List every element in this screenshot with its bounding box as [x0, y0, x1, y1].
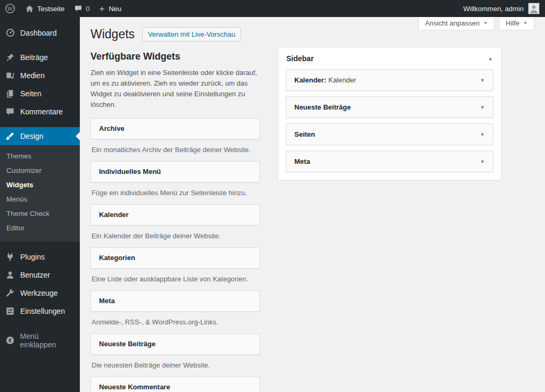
expand-down-icon[interactable]: ▼ [480, 105, 485, 110]
submenu-item-widgets[interactable]: Widgets [0, 178, 80, 192]
screen-meta-links: Ansicht anpassen ▼ Hilfe ▼ [418, 17, 534, 30]
collapse-up-icon[interactable]: ▲ [488, 56, 493, 61]
comment-bubble-icon [74, 4, 82, 13]
sidebar-item-posts[interactable]: Beiträge [0, 48, 80, 66]
screen-options-label: Ansicht anpassen [425, 19, 480, 27]
submenu-item-editor[interactable]: Editor [0, 221, 80, 235]
sliders-icon [5, 306, 15, 316]
sidebar-item-tools[interactable]: Werkzeuge [0, 284, 80, 302]
available-widgets-heading: Verfügbare Widgets [90, 51, 260, 62]
sidebar-item-media[interactable]: Medien [0, 66, 80, 85]
widget-name: Neueste Beiträge [294, 103, 351, 111]
sidebar-item-appearance[interactable]: Design [0, 127, 80, 145]
widget-name: Neueste Kommentare [99, 383, 170, 391]
comment-count: 0 [86, 5, 89, 13]
available-widget-meta: Meta Anmelde-, RSS-, & WordPress.org-Lin… [90, 290, 260, 333]
widget-title-bar[interactable]: Individuelles Menü [90, 161, 260, 182]
expand-down-icon[interactable]: ▼ [480, 78, 485, 83]
collapse-menu-button[interactable]: Menü einklappen [0, 328, 80, 353]
media-icon [5, 71, 15, 80]
expand-down-icon[interactable]: ▼ [480, 159, 485, 164]
expand-down-icon[interactable]: ▼ [480, 132, 485, 137]
sidebar-widget-area: Sidebar ▲ Kalender: Kalender ▼ Neueste B… [278, 47, 501, 180]
sidebar-item-dashboard[interactable]: Dashboard [0, 23, 80, 42]
admin-bar-right: Willkommen, admin [464, 3, 545, 14]
widget-title-bar[interactable]: Archive [90, 118, 260, 139]
pages-icon [5, 89, 15, 98]
available-widget-custom-menu: Individuelles Menü Füge ein individuelle… [90, 161, 260, 204]
user-icon [5, 270, 15, 280]
widget-title-bar[interactable]: Meta [90, 290, 260, 312]
menu-label: Einstellungen [20, 307, 65, 315]
widget-name: Individuelles Menü [99, 168, 161, 176]
chevron-down-icon: ▼ [483, 21, 488, 26]
sidebar-panel-header[interactable]: Sidebar ▲ [278, 47, 501, 69]
sidebar-widget-recent-posts[interactable]: Neueste Beiträge ▼ [286, 96, 493, 118]
available-widgets-section: Verfügbare Widgets Zieh ein Widget in ei… [90, 51, 260, 392]
widget-subtitle: Kalender [328, 76, 356, 84]
chevron-down-icon: ▼ [523, 21, 527, 26]
welcome-text[interactable]: Willkommen, admin [464, 5, 524, 13]
widget-name: Kalender: [294, 76, 326, 84]
comments-shortcut[interactable]: 0 [69, 0, 94, 17]
widget-description: Eine Liste oder ausklappbare Liste von K… [90, 269, 260, 290]
widget-title-bar[interactable]: Neueste Beiträge [90, 333, 260, 355]
svg-text:W: W [7, 6, 13, 12]
menu-separator [0, 17, 80, 23]
menu-label: Seiten [20, 89, 42, 98]
available-widget-calendar: Kalender Ein Kalender der Beiträge deine… [90, 204, 260, 247]
help-tab[interactable]: Hilfe ▼ [499, 17, 534, 30]
widget-description: Füge ein individuelles Menü zur Seitenle… [90, 182, 260, 204]
wordpress-logo-menu[interactable]: W [0, 0, 20, 17]
available-widget-archive: Archive Ein monatliches Archiv der Beitr… [90, 118, 260, 161]
menu-label: Medien [20, 71, 45, 80]
widget-name: Seiten [294, 130, 315, 138]
menu-label: Dashboard [20, 29, 57, 37]
sidebar-item-settings[interactable]: Einstellungen [0, 302, 80, 320]
menu-label: Design [20, 132, 44, 140]
widget-title-bar[interactable]: Neueste Kommentare [90, 377, 260, 392]
menu-separator [0, 241, 80, 248]
sidebar-item-pages[interactable]: Seiten [0, 85, 80, 103]
menu-label: Werkzeuge [20, 289, 58, 297]
menu-label: Kommentare [20, 107, 63, 116]
sidebar-widget-calendar[interactable]: Kalender: Kalender ▼ [286, 69, 493, 91]
site-name: Testseite [37, 5, 64, 13]
sidebar-panel-title: Sidebar [286, 54, 313, 63]
widget-description: Anmelde-, RSS-, & WordPress.org-Links. [90, 312, 260, 333]
sidebar-item-comments[interactable]: Kommentare [0, 103, 80, 121]
plugin-icon [5, 252, 15, 262]
widget-name: Meta [294, 157, 310, 165]
submenu-item-themes[interactable]: Themes [0, 149, 80, 163]
site-link[interactable]: Testseite [20, 0, 69, 17]
menu-label: Plugins [20, 253, 45, 261]
submenu-item-menus[interactable]: Menüs [0, 192, 80, 206]
widget-description: Die neuesten Beiträge deiner Website. [90, 355, 260, 377]
widget-title-bar[interactable]: Kategorien [90, 247, 260, 269]
screen-options-tab[interactable]: Ansicht anpassen ▼ [418, 17, 495, 30]
menu-label: Menü einklappen [20, 332, 76, 349]
new-label: Neu [109, 5, 121, 13]
sidebar-widget-meta[interactable]: Meta ▼ [286, 151, 493, 172]
help-label: Hilfe [506, 19, 519, 27]
avatar[interactable] [528, 3, 540, 14]
menu-separator [0, 42, 80, 48]
new-content-menu[interactable]: + Neu [95, 0, 127, 17]
widget-title-bar[interactable]: Kalender [90, 204, 260, 226]
menu-label: Benutzer [20, 271, 50, 279]
available-widget-recent-comments: Neueste Kommentare Die neuesten Kommenta… [90, 377, 260, 392]
manage-with-live-preview-button[interactable]: Verwalten mit Live-Vorschau [142, 27, 241, 41]
sidebar-item-users[interactable]: Benutzer [0, 266, 80, 284]
submenu-item-customizer[interactable]: Customizer [0, 163, 80, 178]
widget-description: Ein monatliches Archiv der Beiträge dein… [90, 139, 260, 161]
menu-separator [0, 121, 80, 127]
admin-bar-left: W Testseite 0 + Neu [0, 0, 126, 17]
submenu-item-theme-check[interactable]: Theme Check [0, 206, 80, 221]
wordpress-logo-icon: W [5, 3, 15, 14]
widget-name: Kalender [99, 211, 129, 219]
widget-description: Ein Kalender der Beiträge deiner Website… [90, 226, 260, 247]
brush-icon [5, 131, 15, 141]
sidebar-widget-pages[interactable]: Seiten ▼ [286, 123, 493, 145]
sidebar-item-plugins[interactable]: Plugins [0, 248, 80, 266]
available-widget-categories: Kategorien Eine Liste oder ausklappbare … [90, 247, 260, 290]
